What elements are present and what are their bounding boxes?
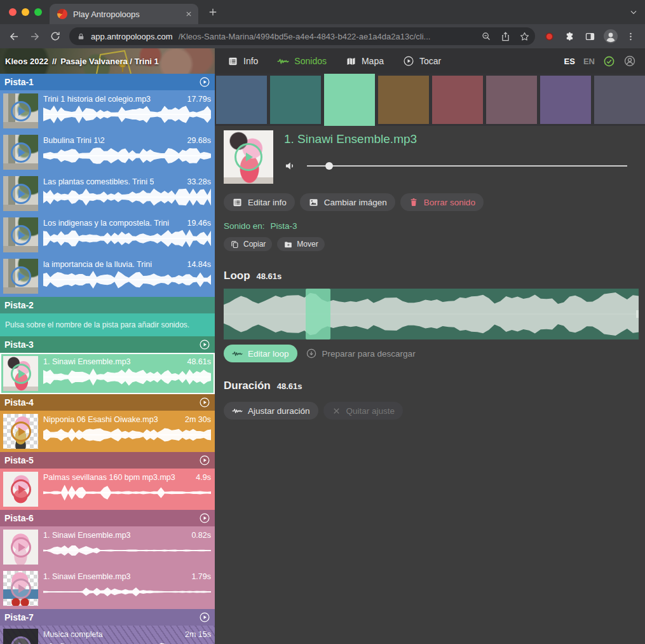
play-overlay-icon[interactable] — [3, 530, 38, 565]
nav-sonidos[interactable]: Sonidos — [277, 55, 327, 67]
prepare-download-button[interactable]: Preparar para descargar — [306, 348, 416, 359]
copy-button[interactable]: Copiar — [224, 237, 272, 251]
clip-row[interactable]: Los indigenas y la compostela. Trini19.4… — [0, 214, 215, 256]
tab-close-icon[interactable] — [184, 10, 193, 18]
clip-row[interactable]: Bubulina Trini 1\229.68s — [0, 132, 215, 173]
track-color-swatch[interactable] — [324, 74, 375, 126]
loop-highlight-region[interactable] — [306, 289, 330, 339]
clip-row[interactable]: Musica completa2m 15s — [0, 626, 215, 644]
breadcrumb[interactable]: Kleos 2022 // Pasaje Valvanera / Trini 1 — [0, 48, 215, 74]
minimize-button[interactable] — [22, 8, 29, 16]
volume-slider-track[interactable] — [307, 165, 627, 167]
pista-header[interactable]: Pista-7 — [0, 609, 215, 626]
clip-body: la importancia de la lluvia. Trini14.84s — [43, 256, 215, 297]
browser-menu-icon[interactable] — [621, 27, 640, 46]
pista-header[interactable]: Pista-6 — [0, 510, 215, 526]
loop-waveform[interactable] — [224, 289, 639, 339]
volume-slider[interactable] — [307, 161, 627, 170]
track-color-swatch[interactable] — [594, 76, 645, 124]
track-color-swatch[interactable] — [216, 76, 267, 124]
play-overlay-icon[interactable] — [3, 414, 38, 449]
side-panel-icon[interactable] — [581, 27, 599, 46]
adjust-duration-button[interactable]: Ajustar duración — [224, 402, 318, 420]
language-en[interactable]: EN — [583, 57, 595, 66]
edit-info-label: Editar info — [248, 198, 287, 207]
remove-adjust-button[interactable]: Quitar ajuste — [323, 402, 404, 420]
pista-header[interactable]: Pista-2 — [0, 297, 215, 313]
clip-row[interactable]: 1. Sinawi Ensemble.mp31.79s — [0, 568, 215, 609]
clip-row[interactable]: Trini 1 historia del colegio.mp317.79s — [0, 90, 215, 132]
clip-row[interactable]: Nipponia 06 Esashi Oiwake.mp32m 30s — [0, 411, 215, 452]
volume-icon[interactable] — [284, 160, 297, 172]
extensions-puzzle-icon[interactable] — [560, 27, 579, 46]
pista-header[interactable]: Pista-3 — [0, 336, 215, 353]
play-overlay-icon[interactable] — [3, 571, 38, 606]
nav-label: Info — [243, 56, 258, 66]
track-color-swatch[interactable] — [432, 76, 483, 124]
nav-mapa[interactable]: Mapa — [346, 56, 384, 67]
move-button[interactable]: Mover — [277, 237, 324, 251]
url-bar[interactable]: app.antropoloops.com /Kleos-Santa-Marina… — [69, 27, 535, 45]
pista-name: Pista-3 — [4, 339, 34, 350]
clip-row[interactable]: 1. Sinawi Ensemble.mp348.61s — [0, 353, 215, 394]
change-image-button[interactable]: Cambiar imágen — [300, 193, 395, 211]
record-extension-icon[interactable] — [540, 27, 559, 46]
clip-row[interactable]: la importancia de la lluvia. Trini14.84s — [0, 256, 215, 297]
clip-row[interactable]: Las plantas comestibles. Trini 533.28s — [0, 173, 215, 214]
play-overlay-icon[interactable] — [3, 93, 38, 128]
profile-avatar[interactable] — [601, 27, 620, 46]
track-color-swatch[interactable] — [378, 76, 429, 124]
clip-row[interactable]: Palmas sevillanas 160 bpm mp3.mp34.9s — [0, 469, 215, 510]
breadcrumb-project[interactable]: Kleos 2022 — [5, 57, 48, 66]
play-overlay-icon[interactable] — [224, 130, 273, 184]
tab-search-chevron-icon[interactable] — [628, 7, 639, 17]
bookmark-star-icon[interactable] — [516, 28, 533, 45]
sound-title: 1. Sinawi Ensemble.mp3 — [284, 132, 639, 146]
play-overlay-icon[interactable] — [3, 176, 38, 211]
close-button[interactable] — [9, 8, 17, 16]
delete-sound-button[interactable]: Borrar sonido — [400, 193, 484, 211]
pista-play-button[interactable] — [199, 612, 210, 623]
edit-info-button[interactable]: Editar info — [224, 193, 295, 211]
pista-play-button[interactable] — [199, 512, 210, 524]
sound-thumbnail[interactable] — [224, 130, 273, 184]
track-color-swatch[interactable] — [270, 76, 321, 124]
new-tab-button[interactable] — [207, 6, 219, 18]
forward-button[interactable] — [25, 27, 44, 46]
browser-tab[interactable]: Play Antropoloops — [50, 4, 198, 24]
clip-row[interactable]: 1. Sinawi Ensemble.mp30.82s — [0, 526, 215, 568]
play-overlay-icon[interactable] — [3, 217, 38, 252]
pista-play-button[interactable] — [199, 76, 210, 88]
clip-name: Bubulina Trini 1\2 — [43, 136, 105, 145]
play-overlay-icon[interactable] — [3, 135, 38, 170]
waveform-icon — [277, 55, 289, 67]
play-overlay-icon[interactable] — [3, 356, 38, 391]
change-image-label: Cambiar imágen — [324, 198, 387, 207]
nav-tocar[interactable]: Tocar — [403, 55, 441, 67]
traffic-lights — [9, 8, 42, 16]
sound-in-track-link[interactable]: Pista-3 — [271, 221, 297, 231]
reload-button[interactable] — [46, 27, 64, 46]
play-overlay-icon[interactable] — [3, 629, 38, 644]
edit-loop-button[interactable]: Editar loop — [224, 345, 297, 362]
language-es[interactable]: ES — [564, 57, 575, 66]
fullscreen-button[interactable] — [34, 8, 42, 16]
nav-info[interactable]: Info — [227, 56, 258, 67]
back-button[interactable] — [5, 27, 24, 46]
pista-header[interactable]: Pista-5 — [0, 452, 215, 469]
zoom-level-icon[interactable] — [478, 28, 494, 45]
pista-play-button[interactable] — [199, 339, 210, 350]
pista-header[interactable]: Pista-1 — [0, 74, 215, 90]
pista-play-button[interactable] — [199, 397, 210, 408]
account-icon[interactable] — [623, 55, 636, 67]
pista-header[interactable]: Pista-4 — [0, 394, 215, 411]
pista-play-button[interactable] — [199, 455, 210, 466]
clip-thumbnail — [3, 629, 38, 644]
volume-slider-thumb[interactable] — [325, 162, 333, 170]
play-overlay-icon[interactable] — [3, 472, 38, 507]
track-color-swatch[interactable] — [486, 76, 537, 124]
play-overlay-icon[interactable] — [3, 259, 38, 294]
share-icon[interactable] — [497, 28, 513, 45]
track-color-strip — [215, 74, 645, 126]
track-color-swatch[interactable] — [540, 76, 591, 124]
